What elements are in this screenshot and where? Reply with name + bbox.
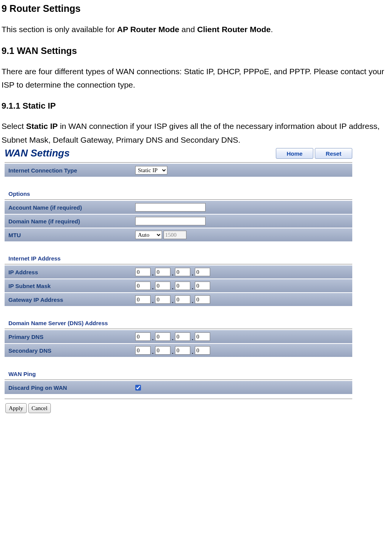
wan-ping-heading: WAN Ping — [8, 371, 352, 377]
connection-type-select[interactable]: Static IP — [135, 166, 167, 174]
ip-address-label: IP Address — [8, 269, 135, 275]
discard-ping-label: Discard Ping on WAN — [8, 384, 135, 391]
paragraph: Select Static IP in WAN connection if yo… — [2, 119, 390, 147]
dot-icon: . — [170, 335, 175, 341]
bold-text: AP Router Mode — [117, 25, 179, 34]
dot-icon: . — [151, 284, 155, 290]
dot-icon: . — [170, 270, 175, 276]
dot-icon: . — [170, 284, 175, 290]
gateway-octet-1[interactable] — [135, 295, 151, 304]
divider — [5, 399, 352, 399]
subsubsection-heading: 9.1.1 Static IP — [2, 101, 390, 111]
dot-icon: . — [151, 270, 155, 276]
section-heading: 9 Router Settings — [2, 3, 390, 14]
subnet-octet-2[interactable] — [155, 282, 170, 290]
ip-octet-1[interactable] — [135, 268, 151, 276]
pdns-octet-3[interactable] — [175, 332, 190, 341]
sdns-octet-3[interactable] — [175, 346, 190, 355]
dot-icon: . — [190, 270, 195, 276]
divider — [5, 199, 352, 200]
pdns-octet-4[interactable] — [195, 332, 210, 341]
dot-icon: . — [190, 335, 195, 341]
reset-button[interactable]: Reset — [315, 148, 352, 159]
domain-name-input[interactable] — [135, 217, 206, 225]
primary-dns-label: Primary DNS — [8, 334, 135, 340]
pdns-octet-2[interactable] — [155, 332, 170, 341]
ip-address-row: IP Address . . . — [5, 265, 352, 278]
dot-icon: . — [151, 335, 155, 341]
text: Select — [2, 122, 26, 130]
cancel-button[interactable]: Cancel — [28, 403, 51, 413]
divider — [5, 162, 352, 163]
subnet-mask-label: IP Subnet Mask — [8, 283, 135, 289]
dot-icon: . — [190, 298, 195, 304]
ip-octet-4[interactable] — [195, 268, 210, 276]
discard-ping-checkbox[interactable] — [135, 385, 141, 391]
button-row: Apply Cancel — [5, 403, 352, 413]
discard-ping-row: Discard Ping on WAN — [5, 381, 352, 394]
dot-icon: . — [190, 284, 195, 290]
intro-paragraph: This section is only available for AP Ro… — [2, 23, 390, 36]
gateway-row: Gateway IP Address . . . — [5, 293, 352, 306]
account-name-input[interactable] — [135, 203, 206, 212]
gateway-label: Gateway IP Address — [8, 296, 135, 303]
dot-icon: . — [190, 349, 195, 355]
paragraph: There are four different types of WAN co… — [2, 65, 390, 92]
gateway-octet-2[interactable] — [155, 295, 170, 304]
text: and — [179, 25, 197, 34]
account-name-row: Account Name (if required) — [5, 201, 352, 214]
subnet-octet-4[interactable] — [195, 282, 210, 290]
panel-title: WAN Settings — [5, 147, 70, 159]
mtu-label: MTU — [8, 232, 135, 238]
text: This section is only available for — [2, 25, 117, 34]
home-button[interactable]: Home — [276, 148, 313, 159]
header-button-row: Home Reset — [276, 148, 352, 159]
subnet-octet-1[interactable] — [135, 282, 151, 290]
mtu-row: MTU Auto — [5, 228, 352, 241]
apply-button[interactable]: Apply — [5, 403, 27, 413]
domain-name-label: Domain Name (if required) — [8, 218, 135, 225]
dot-icon: . — [151, 298, 155, 304]
primary-dns-row: Primary DNS . . . — [5, 330, 352, 343]
dot-icon: . — [170, 349, 175, 355]
panel-header: WAN Settings Home Reset — [5, 147, 352, 161]
pdns-octet-1[interactable] — [135, 332, 151, 341]
connection-type-label: Internet Connection Type — [8, 167, 135, 174]
gateway-octet-4[interactable] — [195, 295, 210, 304]
text: . — [271, 25, 273, 34]
mtu-mode-select[interactable]: Auto — [135, 231, 162, 239]
dns-heading: Domain Name Server (DNS) Address — [8, 320, 352, 326]
account-name-label: Account Name (if required) — [8, 204, 135, 211]
wan-settings-panel: WAN Settings Home Reset Internet Connect… — [5, 147, 352, 413]
bold-text: Static IP — [26, 122, 58, 130]
divider — [5, 379, 352, 380]
domain-name-row: Domain Name (if required) — [5, 215, 352, 228]
sdns-octet-1[interactable] — [135, 346, 151, 355]
internet-ip-heading: Internet IP Address — [8, 255, 352, 262]
gateway-octet-3[interactable] — [175, 295, 190, 304]
ip-octet-2[interactable] — [155, 268, 170, 276]
divider — [5, 329, 352, 329]
options-heading: Options — [8, 191, 352, 197]
dot-icon: . — [151, 349, 155, 355]
subnet-mask-row: IP Subnet Mask . . . — [5, 279, 352, 292]
ip-octet-3[interactable] — [175, 268, 190, 276]
bold-text: Client Router Mode — [197, 25, 271, 34]
sdns-octet-2[interactable] — [155, 346, 170, 355]
dot-icon: . — [170, 298, 175, 304]
secondary-dns-row: Secondary DNS . . . — [5, 344, 352, 357]
text: in WAN connection if your ISP gives all … — [2, 122, 379, 144]
connection-type-row: Internet Connection Type Static IP — [5, 164, 352, 177]
divider — [5, 264, 352, 265]
secondary-dns-label: Secondary DNS — [8, 347, 135, 354]
mtu-value-input — [164, 231, 186, 239]
subsection-heading: 9.1 WAN Settings — [2, 46, 390, 56]
sdns-octet-4[interactable] — [195, 346, 210, 355]
subnet-octet-3[interactable] — [175, 282, 190, 290]
